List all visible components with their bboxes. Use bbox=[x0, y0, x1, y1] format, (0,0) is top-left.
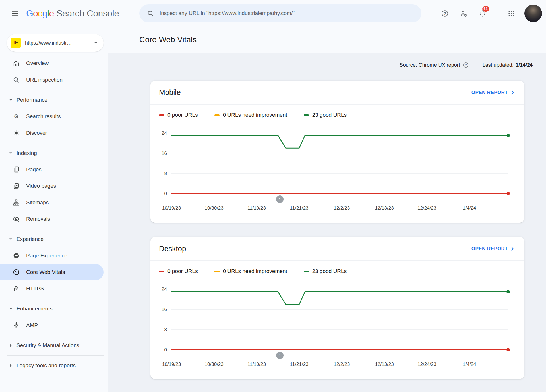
sidebar-item-overview[interactable]: Overview bbox=[0, 55, 104, 72]
apps-button[interactable] bbox=[504, 6, 519, 21]
sidebar-item-url-inspection[interactable]: URL inspection bbox=[0, 72, 104, 88]
sidebar-item-label: Overview bbox=[26, 60, 49, 66]
y-tick-label: 16 bbox=[162, 151, 167, 156]
help-button[interactable]: ? bbox=[437, 6, 452, 21]
last-updated-value: 1/14/24 bbox=[516, 62, 533, 68]
sidebar-section-enhancements[interactable]: Enhancements bbox=[0, 301, 108, 317]
page-title: Core Web Vitals bbox=[139, 35, 197, 44]
menu-button[interactable] bbox=[7, 6, 22, 21]
notification-badge: 61 bbox=[482, 6, 489, 12]
cwv-line-chart: 08162410/19/2310/30/2311/10/2311/21/2312… bbox=[159, 278, 516, 372]
sidebar-item-discover[interactable]: Discover bbox=[0, 125, 104, 141]
notifications-button[interactable]: 61 bbox=[475, 6, 490, 21]
y-tick-label: 0 bbox=[164, 191, 167, 196]
legend-item: 0 poor URLs bbox=[159, 268, 198, 274]
chart-desktop[interactable]: 08162410/19/2310/30/2311/10/2311/21/2312… bbox=[159, 278, 516, 372]
card-mobile: Mobile OPEN REPORT 0 poor URLs 0 URLs ne… bbox=[150, 81, 524, 223]
content-area: Source: Chrome UX report ? Last updated:… bbox=[108, 53, 546, 392]
svg-text:?: ? bbox=[444, 11, 446, 16]
manage-accounts-icon bbox=[460, 10, 468, 17]
section-label: Enhancements bbox=[16, 306, 53, 312]
sidebar-item-label: Page Experience bbox=[26, 253, 67, 259]
sidebar-item-label: Search results bbox=[26, 113, 61, 120]
sidebar-item-label: Core Web Vitals bbox=[26, 269, 65, 275]
chart-legend: 0 poor URLs 0 URLs need improvement 23 g… bbox=[159, 112, 516, 118]
legend-dash bbox=[214, 271, 220, 272]
annotation-badge-label: 1 bbox=[279, 197, 281, 202]
legend-dash bbox=[159, 271, 164, 272]
sidebar-item-label: Sitemaps bbox=[26, 199, 49, 206]
avatar[interactable] bbox=[524, 5, 542, 22]
x-tick-label: 10/19/23 bbox=[162, 205, 181, 211]
sidebar-section-indexing[interactable]: Indexing bbox=[0, 145, 108, 161]
card-header: Mobile OPEN REPORT bbox=[150, 81, 524, 105]
page-experience-icon bbox=[13, 252, 20, 259]
open-report-link[interactable]: OPEN REPORT bbox=[471, 246, 516, 252]
x-tick-label: 11/10/23 bbox=[247, 205, 266, 211]
sidebar-item-label: Pages bbox=[26, 166, 42, 173]
sidebar-divider bbox=[7, 229, 104, 229]
sidebar-divider bbox=[7, 90, 104, 90]
apps-grid-icon bbox=[508, 10, 515, 17]
poor-urls-endpoint bbox=[506, 348, 510, 351]
chart-legend: 0 poor URLs 0 URLs need improvement 23 g… bbox=[159, 268, 516, 274]
info-icon[interactable]: ? bbox=[463, 62, 469, 68]
x-tick-label: 10/30/23 bbox=[205, 205, 224, 211]
sidebar-item-label: Removals bbox=[26, 216, 50, 222]
property-selector[interactable]: IE https://www.industr… bbox=[7, 34, 104, 52]
sidebar-item-label: AMP bbox=[26, 322, 38, 328]
chevron-down-icon bbox=[7, 97, 14, 103]
chart-mobile[interactable]: 08162410/19/2310/30/2311/10/2311/21/2312… bbox=[159, 122, 516, 216]
legend-dash bbox=[159, 114, 164, 116]
section-label: Security & Manual Actions bbox=[16, 342, 79, 349]
removals-icon bbox=[13, 215, 20, 223]
sidebar-item-https[interactable]: HTTPS bbox=[0, 280, 104, 297]
google-logo-letter: G bbox=[26, 8, 33, 18]
cwv-line-chart: 08162410/19/2310/30/2311/10/2311/21/2312… bbox=[159, 122, 516, 216]
sidebar-item-amp[interactable]: AMP bbox=[0, 317, 104, 333]
account-settings-button[interactable] bbox=[456, 6, 471, 21]
google-logo-letter: o bbox=[38, 8, 43, 18]
sidebar-item-page-experience[interactable]: Page Experience bbox=[0, 247, 104, 264]
sidebar-section-experience[interactable]: Experience bbox=[0, 231, 108, 247]
sidebar-item-video-pages[interactable]: Video pages bbox=[0, 178, 104, 194]
legend-item: 0 URLs need improvement bbox=[214, 112, 287, 118]
open-report-label: OPEN REPORT bbox=[471, 90, 508, 95]
sidebar-item-core-web-vitals[interactable]: Core Web Vitals bbox=[0, 264, 104, 280]
x-tick-label: 12/2/23 bbox=[334, 362, 350, 367]
open-report-link[interactable]: OPEN REPORT bbox=[471, 89, 516, 96]
chevron-down-icon bbox=[7, 305, 14, 312]
legend-label: 0 URLs need improvement bbox=[223, 112, 287, 118]
sidebar-item-search-results[interactable]: GSearch results bbox=[0, 108, 104, 125]
card-title: Desktop bbox=[159, 244, 186, 253]
legend-item: 0 URLs need improvement bbox=[214, 268, 287, 274]
section-label: Performance bbox=[16, 97, 47, 103]
discover-icon bbox=[13, 129, 20, 137]
sidebar: IE https://www.industr… OverviewURL insp… bbox=[0, 27, 108, 392]
sidebar-section-legacy-tools-and-reports[interactable]: Legacy tools and reports bbox=[0, 357, 108, 374]
site-favicon: IE bbox=[11, 38, 21, 48]
good-urls-line bbox=[171, 292, 508, 304]
google-logo: Google bbox=[26, 8, 54, 19]
annotation-badge-label: 1 bbox=[279, 353, 281, 358]
url-inspection-searchbox[interactable]: Inspect any URL in "https://www.industri… bbox=[139, 4, 421, 22]
legend-label: 23 good URLs bbox=[312, 112, 347, 118]
x-tick-label: 10/19/23 bbox=[162, 362, 181, 367]
sidebar-item-sitemaps[interactable]: Sitemaps bbox=[0, 194, 104, 211]
google-search-console-app: Google Search Console Inspect any URL in… bbox=[0, 0, 546, 392]
google-logo-letter: g bbox=[42, 8, 47, 18]
chevron-right-icon bbox=[7, 362, 14, 369]
topbar-actions: ? 61 bbox=[437, 0, 542, 27]
legend-label: 0 URLs need improvement bbox=[223, 268, 287, 274]
card-desktop: Desktop OPEN REPORT 0 poor URLs 0 URLs n… bbox=[150, 237, 524, 379]
sidebar-item-removals[interactable]: Removals bbox=[0, 211, 104, 227]
sidebar-section-performance[interactable]: Performance bbox=[0, 92, 108, 108]
y-tick-label: 16 bbox=[162, 307, 167, 312]
sitemaps-icon bbox=[13, 199, 20, 206]
sidebar-section-security-manual-actions[interactable]: Security & Manual Actions bbox=[0, 337, 108, 354]
legend-dash bbox=[214, 114, 220, 116]
x-tick-label: 12/13/23 bbox=[375, 362, 394, 367]
svg-text:?: ? bbox=[465, 63, 467, 67]
sidebar-divider bbox=[7, 335, 104, 335]
sidebar-item-pages[interactable]: Pages bbox=[0, 161, 104, 178]
